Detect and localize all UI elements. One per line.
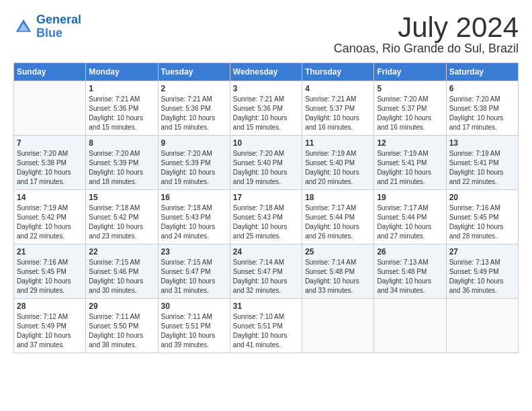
calendar-cell: 21 Sunrise: 7:16 AMSunset: 5:45 PMDaylig… xyxy=(14,244,86,299)
day-info: Sunrise: 7:20 AMSunset: 5:39 PMDaylight:… xyxy=(161,149,227,187)
day-number: 15 xyxy=(89,193,154,202)
calendar-cell xyxy=(374,299,446,353)
day-number: 7 xyxy=(17,138,83,148)
calendar-cell: 29 Sunrise: 7:11 AMSunset: 5:50 PMDaylig… xyxy=(86,299,158,353)
day-info: Sunrise: 7:20 AMSunset: 5:40 PMDaylight:… xyxy=(233,149,299,187)
weekday-header-friday: Friday xyxy=(374,63,446,81)
week-row-3: 14 Sunrise: 7:19 AMSunset: 5:42 PMDaylig… xyxy=(14,190,519,244)
day-number: 23 xyxy=(161,247,227,257)
day-number: 24 xyxy=(233,247,299,257)
location: Canoas, Rio Grande do Sul, Brazil xyxy=(334,42,519,56)
day-number: 1 xyxy=(89,84,154,93)
weekday-header-monday: Monday xyxy=(86,63,158,81)
calendar-cell: 15 Sunrise: 7:18 AMSunset: 5:42 PMDaylig… xyxy=(86,190,158,244)
day-info: Sunrise: 7:11 AMSunset: 5:50 PMDaylight:… xyxy=(89,312,154,350)
calendar-cell: 17 Sunrise: 7:18 AMSunset: 5:43 PMDaylig… xyxy=(230,190,302,244)
calendar-cell: 31 Sunrise: 7:10 AMSunset: 5:51 PMDaylig… xyxy=(230,299,302,353)
day-number: 27 xyxy=(449,247,515,257)
day-info: Sunrise: 7:19 AMSunset: 5:41 PMDaylight:… xyxy=(377,149,443,187)
month-year: July 2024 xyxy=(334,13,519,42)
day-number: 18 xyxy=(305,193,371,202)
day-number: 12 xyxy=(377,138,443,148)
calendar-cell: 25 Sunrise: 7:14 AMSunset: 5:48 PMDaylig… xyxy=(302,244,374,299)
day-info: Sunrise: 7:18 AMSunset: 5:42 PMDaylight:… xyxy=(89,203,154,241)
week-row-2: 7 Sunrise: 7:20 AMSunset: 5:38 PMDayligh… xyxy=(14,136,519,190)
logo-icon xyxy=(13,17,34,37)
weekday-header-saturday: Saturday xyxy=(446,63,518,81)
day-number: 11 xyxy=(305,138,371,148)
day-number: 8 xyxy=(89,138,154,148)
calendar-cell: 4 Sunrise: 7:21 AMSunset: 5:37 PMDayligh… xyxy=(302,81,374,136)
weekday-header-sunday: Sunday xyxy=(14,63,86,81)
day-info: Sunrise: 7:20 AMSunset: 5:37 PMDaylight:… xyxy=(377,95,443,132)
weekday-header-thursday: Thursday xyxy=(302,63,374,81)
calendar-cell xyxy=(446,299,518,353)
calendar-cell: 30 Sunrise: 7:11 AMSunset: 5:51 PMDaylig… xyxy=(158,299,230,353)
calendar-cell: 22 Sunrise: 7:15 AMSunset: 5:46 PMDaylig… xyxy=(86,244,158,299)
calendar-cell: 24 Sunrise: 7:14 AMSunset: 5:47 PMDaylig… xyxy=(230,244,302,299)
day-number: 2 xyxy=(161,84,227,93)
day-info: Sunrise: 7:18 AMSunset: 5:43 PMDaylight:… xyxy=(161,203,227,241)
calendar-cell: 23 Sunrise: 7:15 AMSunset: 5:47 PMDaylig… xyxy=(158,244,230,299)
day-info: Sunrise: 7:13 AMSunset: 5:48 PMDaylight:… xyxy=(377,258,443,295)
calendar-cell: 18 Sunrise: 7:17 AMSunset: 5:44 PMDaylig… xyxy=(302,190,374,244)
calendar-cell: 20 Sunrise: 7:16 AMSunset: 5:45 PMDaylig… xyxy=(446,190,518,244)
calendar-cell: 2 Sunrise: 7:21 AMSunset: 5:36 PMDayligh… xyxy=(158,81,230,136)
logo: General Blue xyxy=(13,13,81,40)
calendar-cell: 1 Sunrise: 7:21 AMSunset: 5:36 PMDayligh… xyxy=(86,81,158,136)
calendar-cell: 28 Sunrise: 7:12 AMSunset: 5:49 PMDaylig… xyxy=(14,299,86,353)
day-info: Sunrise: 7:19 AMSunset: 5:42 PMDaylight:… xyxy=(17,203,83,241)
calendar-cell: 9 Sunrise: 7:20 AMSunset: 5:39 PMDayligh… xyxy=(158,136,230,190)
day-number: 29 xyxy=(89,302,154,311)
day-info: Sunrise: 7:16 AMSunset: 5:45 PMDaylight:… xyxy=(17,258,83,295)
day-info: Sunrise: 7:12 AMSunset: 5:49 PMDaylight:… xyxy=(17,312,83,350)
week-row-5: 28 Sunrise: 7:12 AMSunset: 5:49 PMDaylig… xyxy=(14,299,519,353)
day-number: 28 xyxy=(17,302,83,311)
calendar-cell: 8 Sunrise: 7:20 AMSunset: 5:39 PMDayligh… xyxy=(86,136,158,190)
logo-text: General Blue xyxy=(36,13,81,40)
day-number: 19 xyxy=(377,193,443,202)
day-number: 20 xyxy=(449,193,515,202)
day-number: 25 xyxy=(305,247,371,257)
calendar-cell: 26 Sunrise: 7:13 AMSunset: 5:48 PMDaylig… xyxy=(374,244,446,299)
calendar-cell: 12 Sunrise: 7:19 AMSunset: 5:41 PMDaylig… xyxy=(374,136,446,190)
day-number: 9 xyxy=(161,138,227,148)
day-number: 13 xyxy=(449,138,515,148)
week-row-4: 21 Sunrise: 7:16 AMSunset: 5:45 PMDaylig… xyxy=(14,244,519,299)
calendar-table: SundayMondayTuesdayWednesdayThursdayFrid… xyxy=(13,62,519,353)
day-info: Sunrise: 7:17 AMSunset: 5:44 PMDaylight:… xyxy=(377,203,443,241)
day-info: Sunrise: 7:10 AMSunset: 5:51 PMDaylight:… xyxy=(233,312,299,350)
day-info: Sunrise: 7:21 AMSunset: 5:37 PMDaylight:… xyxy=(305,95,371,132)
day-info: Sunrise: 7:13 AMSunset: 5:49 PMDaylight:… xyxy=(449,258,515,295)
weekday-header-tuesday: Tuesday xyxy=(158,63,230,81)
day-number: 16 xyxy=(161,193,227,202)
day-info: Sunrise: 7:11 AMSunset: 5:51 PMDaylight:… xyxy=(161,312,227,350)
day-number: 4 xyxy=(305,84,371,93)
day-info: Sunrise: 7:20 AMSunset: 5:38 PMDaylight:… xyxy=(449,95,515,132)
day-info: Sunrise: 7:14 AMSunset: 5:47 PMDaylight:… xyxy=(233,258,299,295)
day-number: 6 xyxy=(449,84,515,93)
logo-line2: Blue xyxy=(36,26,62,40)
calendar-cell xyxy=(14,81,86,136)
calendar-cell: 16 Sunrise: 7:18 AMSunset: 5:43 PMDaylig… xyxy=(158,190,230,244)
calendar-cell: 6 Sunrise: 7:20 AMSunset: 5:38 PMDayligh… xyxy=(446,81,518,136)
day-number: 26 xyxy=(377,247,443,257)
day-info: Sunrise: 7:18 AMSunset: 5:43 PMDaylight:… xyxy=(233,203,299,241)
day-info: Sunrise: 7:15 AMSunset: 5:47 PMDaylight:… xyxy=(161,258,227,295)
day-info: Sunrise: 7:20 AMSunset: 5:39 PMDaylight:… xyxy=(89,149,154,187)
calendar-cell: 5 Sunrise: 7:20 AMSunset: 5:37 PMDayligh… xyxy=(374,81,446,136)
day-info: Sunrise: 7:21 AMSunset: 5:36 PMDaylight:… xyxy=(233,95,299,132)
day-info: Sunrise: 7:19 AMSunset: 5:41 PMDaylight:… xyxy=(449,149,515,187)
day-number: 3 xyxy=(233,84,299,93)
day-number: 22 xyxy=(89,247,154,257)
calendar-cell: 7 Sunrise: 7:20 AMSunset: 5:38 PMDayligh… xyxy=(14,136,86,190)
day-number: 30 xyxy=(161,302,227,311)
calendar-cell xyxy=(302,299,374,353)
day-info: Sunrise: 7:19 AMSunset: 5:40 PMDaylight:… xyxy=(305,149,371,187)
day-number: 17 xyxy=(233,193,299,202)
weekday-header-row: SundayMondayTuesdayWednesdayThursdayFrid… xyxy=(14,63,519,81)
calendar-cell: 3 Sunrise: 7:21 AMSunset: 5:36 PMDayligh… xyxy=(230,81,302,136)
day-number: 14 xyxy=(17,193,83,202)
day-number: 21 xyxy=(17,247,83,257)
week-row-1: 1 Sunrise: 7:21 AMSunset: 5:36 PMDayligh… xyxy=(14,81,519,136)
